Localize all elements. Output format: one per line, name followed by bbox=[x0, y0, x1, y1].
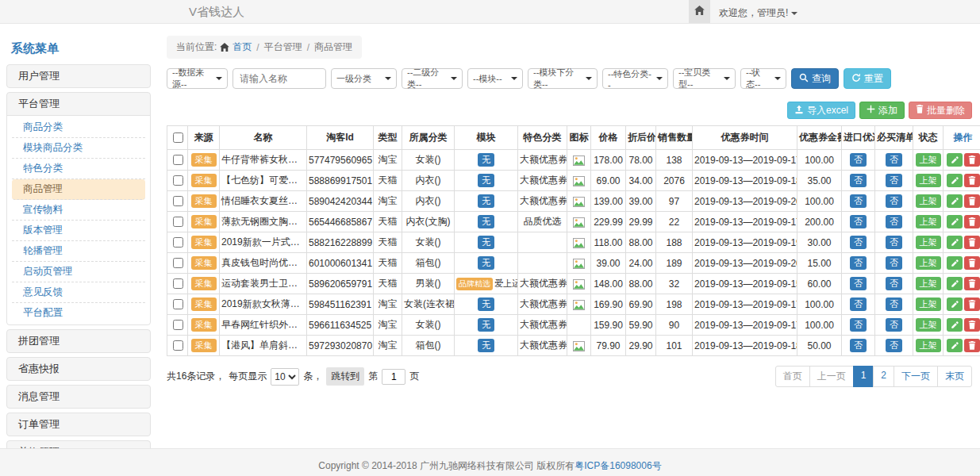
import-optimal-toggle[interactable]: 否 bbox=[850, 318, 867, 332]
row-checkbox[interactable] bbox=[173, 196, 183, 206]
edit-button[interactable] bbox=[947, 174, 963, 187]
jump-page-input[interactable] bbox=[382, 369, 405, 385]
module-badge[interactable]: 无 bbox=[478, 318, 494, 332]
per-page-select[interactable]: 10 bbox=[271, 368, 299, 386]
must-buy-toggle[interactable]: 否 bbox=[886, 339, 902, 352]
delete-button[interactable] bbox=[964, 318, 980, 332]
name-search-input[interactable] bbox=[233, 68, 326, 89]
page-button[interactable]: 下一页 bbox=[894, 366, 938, 387]
must-buy-toggle[interactable]: 否 bbox=[886, 318, 902, 332]
import-optimal-toggle[interactable]: 否 bbox=[850, 174, 867, 187]
sidebar-item[interactable]: 模块商品分类 bbox=[12, 138, 145, 159]
row-checkbox[interactable] bbox=[173, 155, 183, 165]
delete-button[interactable] bbox=[964, 174, 980, 187]
delete-button[interactable] bbox=[964, 339, 980, 352]
filter-level1-select[interactable]: 一级分类 bbox=[331, 68, 397, 89]
row-checkbox[interactable] bbox=[173, 340, 183, 351]
filter-status-select[interactable]: --状态-- bbox=[740, 68, 786, 89]
filter-level2-select[interactable]: --二级分类-- bbox=[402, 68, 463, 89]
reset-button[interactable]: 重置 bbox=[844, 68, 891, 89]
delete-button[interactable] bbox=[964, 256, 980, 270]
status-badge[interactable]: 上架 bbox=[916, 256, 941, 270]
row-checkbox[interactable] bbox=[173, 258, 183, 268]
sidebar-group-header[interactable]: 拼团管理 bbox=[7, 330, 150, 352]
home-button[interactable] bbox=[689, 0, 710, 23]
module-badge[interactable]: 无 bbox=[478, 298, 494, 311]
delete-button[interactable] bbox=[964, 277, 980, 290]
delete-button[interactable] bbox=[964, 194, 980, 208]
sidebar-item[interactable]: 轮播管理 bbox=[12, 241, 145, 262]
user-menu[interactable]: 欢迎您，管理员! bbox=[719, 6, 797, 20]
must-buy-toggle[interactable]: 否 bbox=[886, 153, 902, 167]
breadcrumb-home-link[interactable]: 首页 bbox=[233, 40, 252, 54]
sidebar-group-header[interactable]: 消息管理 bbox=[7, 386, 150, 408]
row-checkbox[interactable] bbox=[173, 299, 183, 309]
sidebar-item[interactable]: 商品分类 bbox=[12, 117, 145, 138]
select-all-checkbox[interactable] bbox=[173, 132, 183, 143]
delete-button[interactable] bbox=[964, 236, 980, 249]
icp-link[interactable]: 粤ICP备16098006号 bbox=[575, 460, 661, 471]
import-optimal-toggle[interactable]: 否 bbox=[850, 277, 867, 290]
filter-item-type-select[interactable]: --宝贝类型-- bbox=[673, 68, 736, 89]
import-optimal-toggle[interactable]: 否 bbox=[850, 236, 867, 249]
filter-feature-select[interactable]: --特色分类-- bbox=[602, 68, 668, 89]
import-excel-button[interactable]: 导入excel bbox=[787, 102, 855, 119]
row-checkbox[interactable] bbox=[173, 175, 183, 186]
edit-button[interactable] bbox=[947, 194, 963, 208]
batch-delete-button[interactable]: 批量删除 bbox=[909, 102, 972, 119]
import-optimal-toggle[interactable]: 否 bbox=[850, 153, 867, 167]
must-buy-toggle[interactable]: 否 bbox=[886, 174, 902, 187]
sidebar-group-header[interactable]: 用户管理 bbox=[7, 65, 150, 87]
status-badge[interactable]: 上架 bbox=[916, 194, 941, 208]
must-buy-toggle[interactable]: 否 bbox=[886, 215, 902, 228]
sidebar-item[interactable]: 特色分类 bbox=[12, 159, 145, 179]
module-badge[interactable]: 无 bbox=[478, 174, 494, 187]
add-button[interactable]: 添加 bbox=[859, 102, 905, 119]
must-buy-toggle[interactable]: 否 bbox=[886, 256, 902, 270]
module-badge[interactable]: 无 bbox=[478, 236, 494, 249]
status-badge[interactable]: 上架 bbox=[916, 339, 941, 352]
edit-button[interactable] bbox=[947, 298, 963, 311]
sidebar-item[interactable]: 宣传物料 bbox=[12, 200, 145, 221]
edit-button[interactable] bbox=[947, 236, 963, 249]
delete-button[interactable] bbox=[964, 153, 980, 167]
delete-button[interactable] bbox=[964, 298, 980, 311]
edit-button[interactable] bbox=[947, 318, 963, 332]
import-optimal-toggle[interactable]: 否 bbox=[850, 194, 867, 208]
edit-button[interactable] bbox=[947, 339, 963, 352]
module-badge[interactable]: 无 bbox=[478, 339, 494, 352]
query-button[interactable]: 查询 bbox=[791, 68, 839, 89]
status-badge[interactable]: 上架 bbox=[916, 153, 941, 167]
edit-button[interactable] bbox=[947, 256, 963, 270]
page-button[interactable]: 2 bbox=[873, 366, 894, 387]
import-optimal-toggle[interactable]: 否 bbox=[850, 298, 867, 311]
page-button[interactable]: 1 bbox=[853, 366, 874, 387]
jump-to-chip[interactable]: 跳转到 bbox=[326, 367, 364, 386]
module-badge[interactable]: 无 bbox=[478, 194, 494, 208]
module-badge[interactable]: 无 bbox=[478, 256, 494, 270]
sidebar-item[interactable]: 商品管理 bbox=[12, 179, 145, 200]
row-checkbox[interactable] bbox=[173, 217, 183, 227]
must-buy-toggle[interactable]: 否 bbox=[886, 298, 902, 311]
filter-module-select[interactable]: --模块-- bbox=[467, 68, 523, 89]
import-optimal-toggle[interactable]: 否 bbox=[850, 339, 867, 352]
edit-button[interactable] bbox=[947, 215, 963, 228]
row-checkbox[interactable] bbox=[173, 237, 183, 248]
status-badge[interactable]: 上架 bbox=[916, 298, 941, 311]
edit-button[interactable] bbox=[947, 277, 963, 290]
sidebar-group-header[interactable]: 省惠快报 bbox=[7, 358, 150, 380]
status-badge[interactable]: 上架 bbox=[916, 277, 941, 290]
sidebar-item[interactable]: 平台配置 bbox=[12, 303, 145, 323]
sidebar-item[interactable]: 意见反馈 bbox=[12, 282, 145, 303]
sidebar-item[interactable]: 启动页管理 bbox=[12, 262, 145, 282]
import-optimal-toggle[interactable]: 否 bbox=[850, 215, 867, 228]
edit-button[interactable] bbox=[947, 153, 963, 167]
status-badge[interactable]: 上架 bbox=[916, 215, 941, 228]
sidebar-group-header[interactable]: 订单管理 bbox=[7, 413, 150, 436]
must-buy-toggle[interactable]: 否 bbox=[886, 236, 902, 249]
filter-module-sub-select[interactable]: --模块下分类-- bbox=[528, 68, 598, 89]
must-buy-toggle[interactable]: 否 bbox=[886, 194, 902, 208]
must-buy-toggle[interactable]: 否 bbox=[886, 277, 902, 290]
module-badge[interactable]: 品牌精选 bbox=[456, 278, 493, 290]
sidebar-item[interactable]: 版本管理 bbox=[12, 221, 145, 241]
